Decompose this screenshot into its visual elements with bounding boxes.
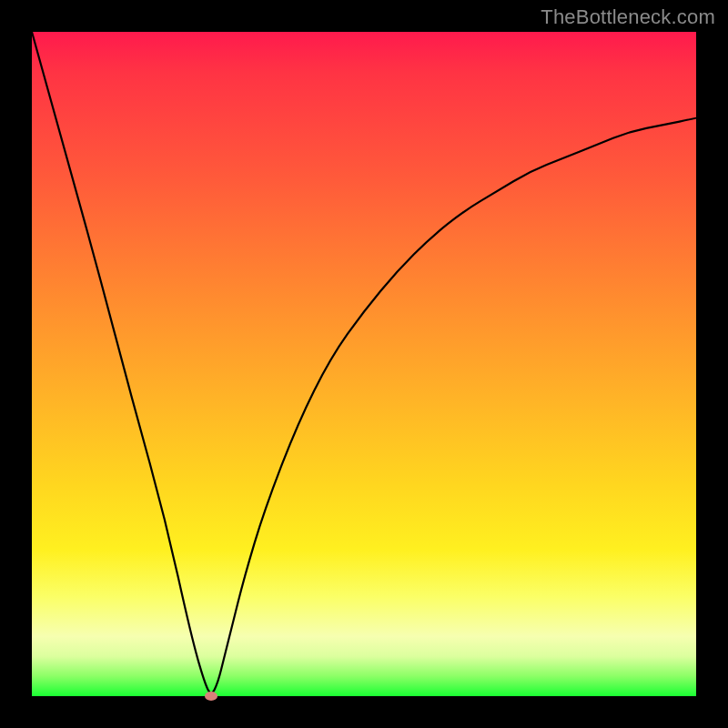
minimum-marker bbox=[205, 692, 217, 701]
curve-svg bbox=[32, 32, 696, 696]
plot-area bbox=[32, 32, 696, 696]
bottleneck-curve bbox=[32, 32, 696, 693]
chart-frame: TheBottleneck.com bbox=[0, 0, 728, 728]
watermark-text: TheBottleneck.com bbox=[541, 5, 715, 29]
